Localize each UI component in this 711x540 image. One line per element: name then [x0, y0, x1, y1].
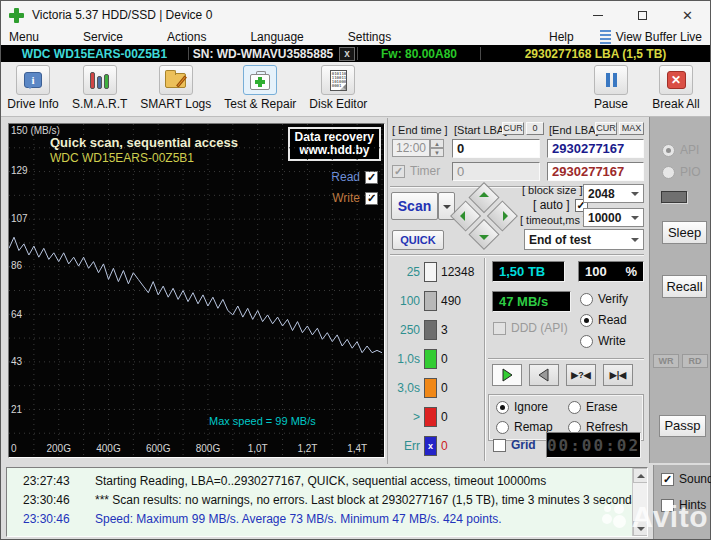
back-icon	[537, 368, 551, 382]
step-button[interactable]: ▶|◀	[603, 364, 633, 386]
hints-checkbox-row[interactable]: Hints	[661, 498, 706, 512]
gauge-label: Err	[390, 439, 420, 453]
sound-checkbox-row[interactable]: Sound	[661, 472, 711, 486]
device-serial: SN: WD-WMAVU3585885	[189, 47, 337, 61]
timeout-combo[interactable]: 10000	[583, 208, 644, 227]
pause-icon	[606, 73, 617, 87]
auto-checkbox-row[interactable]: [ auto ]	[533, 198, 588, 212]
recall-button[interactable]: Recall	[662, 275, 707, 298]
grid-checkbox-row[interactable]: Grid	[493, 438, 536, 452]
x-tick-label: 400G	[96, 443, 121, 454]
gauge-color-block	[424, 291, 437, 311]
dropdown-arrow-icon	[443, 205, 451, 213]
end-lba-cur-button[interactable]: CUR	[595, 122, 617, 135]
close-icon: ✕	[682, 9, 693, 22]
scroll-down-button[interactable]	[633, 521, 648, 536]
menu-item-service[interactable]: Service	[83, 30, 123, 44]
scan-errors-button[interactable]: ▶?◀	[566, 364, 596, 386]
y-tick-label: 64	[11, 309, 23, 320]
menu-item-language[interactable]: Language	[250, 30, 303, 44]
radio-label: Ignore	[514, 400, 548, 414]
start-lba-input[interactable]: 0	[452, 139, 540, 158]
spin-down-icon[interactable]: ▼	[430, 148, 444, 157]
combo-chevron-icon	[631, 216, 639, 224]
verify-radio[interactable]	[580, 293, 593, 306]
remap-radio[interactable]	[496, 421, 509, 434]
view-buffer-live-label: View Buffer Live	[616, 30, 702, 44]
menu-bar: MenuServiceActionsLanguageSettings Help …	[1, 28, 710, 45]
remap-radio-row[interactable]: Remap	[496, 420, 553, 434]
ignore-radio[interactable]	[496, 401, 509, 414]
progress-display: 100%	[578, 261, 644, 282]
view-buffer-live-button[interactable]: View Buffer Live	[600, 30, 702, 44]
pause-button[interactable]: Pause	[585, 65, 637, 111]
s-m-a-r-t-button[interactable]: S.M.A.R.T	[72, 65, 127, 111]
timer-checkbox-row[interactable]: Timer	[392, 164, 440, 178]
start-button[interactable]	[492, 364, 522, 386]
api-radio[interactable]	[662, 144, 675, 157]
end-time-spinner[interactable]: 12:00 ▲▼	[392, 139, 444, 157]
menu-item-actions[interactable]: Actions	[167, 30, 206, 44]
seek-down-icon	[479, 235, 489, 240]
sound-checkbox[interactable]	[661, 473, 674, 486]
end-of-test-combo[interactable]: End of test	[524, 229, 644, 250]
spin-up-icon[interactable]: ▲	[430, 139, 444, 148]
gauge-count: 0	[441, 352, 448, 366]
gauge-count: 490	[441, 294, 461, 308]
ddd-api-checkbox-row[interactable]: DDD (API)	[493, 321, 568, 335]
gauge-color-block	[424, 407, 437, 427]
sleep-button[interactable]: Sleep	[662, 221, 707, 244]
wr-button[interactable]: WR	[653, 354, 679, 368]
gauge-row-250: 2503	[390, 318, 482, 342]
pio-radio-row[interactable]: PIO	[662, 165, 701, 179]
device-close-button[interactable]: x	[339, 47, 355, 61]
quick-button[interactable]: QUICK	[392, 230, 444, 250]
back-button[interactable]	[529, 364, 559, 386]
scroll-up-button[interactable]	[633, 468, 648, 483]
end-lba-max-button[interactable]: MAX	[619, 122, 644, 135]
ignore-radio-row[interactable]: Ignore	[496, 400, 548, 414]
api-radio-row[interactable]: API	[662, 143, 699, 157]
timer-checkbox[interactable]	[392, 165, 405, 178]
start-lba-cur-button[interactable]: CUR	[502, 122, 524, 135]
erase-radio-row[interactable]: Erase	[568, 400, 617, 414]
write-radio-row[interactable]: Write	[580, 334, 626, 348]
menu-item-settings[interactable]: Settings	[348, 30, 391, 44]
passp-button[interactable]: Passp	[659, 415, 706, 437]
log-side-panel: Sound Hints	[653, 465, 710, 539]
maximize-button[interactable]	[620, 1, 665, 29]
rd-button[interactable]: RD	[682, 354, 708, 368]
menu-item-help[interactable]: Help	[549, 30, 574, 44]
smart-logs-button[interactable]: SMART Logs	[140, 65, 211, 111]
gauge-count: 0	[441, 439, 448, 453]
erase-radio[interactable]	[568, 401, 581, 414]
break-all-button[interactable]: ✕ Break All	[650, 65, 702, 111]
start-lba-zero-button[interactable]: 0	[526, 122, 544, 135]
timer-input: 0	[452, 162, 540, 181]
close-button[interactable]: ✕	[665, 1, 710, 29]
gauge-row-10s: 1,0s0	[390, 347, 482, 371]
write-radio[interactable]	[580, 335, 593, 348]
pio-radio[interactable]	[662, 166, 675, 179]
read-radio-row[interactable]: Read	[580, 313, 627, 327]
test-repair-button[interactable]: Test & Repair	[224, 65, 296, 111]
menu-item-menu[interactable]: Menu	[9, 30, 39, 44]
main-area: 150 (MB/s) Quick scan, sequential access…	[1, 117, 710, 465]
ddd-api-checkbox[interactable]	[493, 322, 506, 335]
grid-checkbox[interactable]	[493, 439, 506, 452]
minimize-button[interactable]	[575, 1, 620, 29]
step-icon: ▶|◀	[610, 370, 626, 380]
hints-checkbox[interactable]	[661, 499, 674, 512]
read-radio[interactable]	[580, 314, 593, 327]
end-lba-input[interactable]: 2930277167	[547, 139, 644, 158]
verify-radio-row[interactable]: Verify	[580, 292, 628, 306]
seek-up-icon	[479, 192, 489, 197]
y-tick-label: 21	[11, 404, 23, 415]
play-icon	[500, 368, 514, 382]
disk-editor-button[interactable]: 010110 110011 101000 0001Disk Editor	[309, 65, 367, 111]
scan-button[interactable]: Scan	[391, 192, 438, 220]
log-scrollbar[interactable]	[632, 468, 647, 536]
drive-info-button[interactable]: iDrive Info	[7, 65, 59, 111]
gauge-count: 12348	[441, 265, 474, 279]
block-size-combo[interactable]: 2048	[583, 184, 644, 203]
